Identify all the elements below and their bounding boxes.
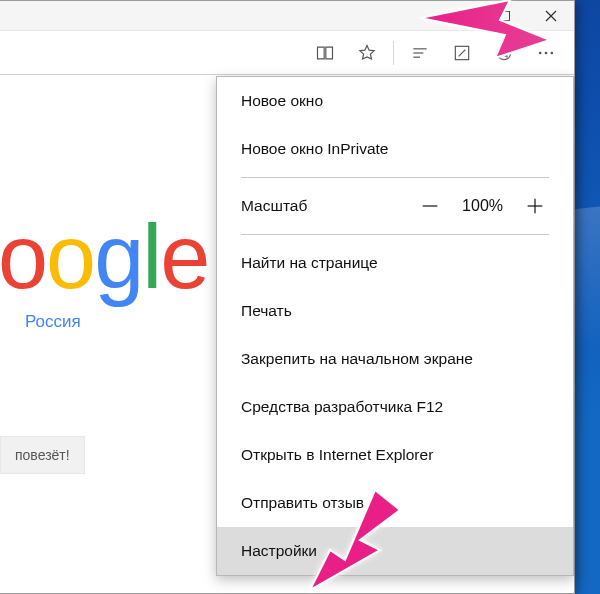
svg-point-14 <box>551 51 554 54</box>
toolbar-separator <box>393 41 394 65</box>
zoom-in-button[interactable] <box>521 192 549 220</box>
menu-devtools[interactable]: Средства разработчика F12 <box>217 383 573 431</box>
menu-new-window[interactable]: Новое окно <box>217 77 573 125</box>
menu-open-ie[interactable]: Открыть в Internet Explorer <box>217 431 573 479</box>
menu-separator <box>241 234 549 235</box>
favorite-star-icon[interactable] <box>347 33 387 73</box>
menu-separator <box>241 177 549 178</box>
menu-print[interactable]: Печать <box>217 287 573 335</box>
menu-pin-start[interactable]: Закрепить на начальном экране <box>217 335 573 383</box>
annotation-arrow-bottom <box>290 490 400 590</box>
zoom-value: 100% <box>462 197 503 215</box>
zoom-out-button[interactable] <box>416 192 444 220</box>
lucky-button[interactable]: повезёт! <box>0 436 85 474</box>
annotation-arrow-top <box>420 0 550 58</box>
menu-new-inprivate[interactable]: Новое окно InPrivate <box>217 125 573 173</box>
reading-view-icon[interactable] <box>305 33 345 73</box>
svg-marker-18 <box>420 0 550 58</box>
svg-marker-19 <box>310 490 400 590</box>
google-logo: Google <box>0 206 208 309</box>
zoom-label: Масштаб <box>241 197 307 215</box>
edge-window: Google Россия повезёт! Новое окно Новое … <box>0 0 575 594</box>
menu-find[interactable]: Найти на странице <box>217 239 573 287</box>
menu-zoom: Масштаб 100% <box>217 182 573 230</box>
google-region-label: Россия <box>25 312 81 332</box>
